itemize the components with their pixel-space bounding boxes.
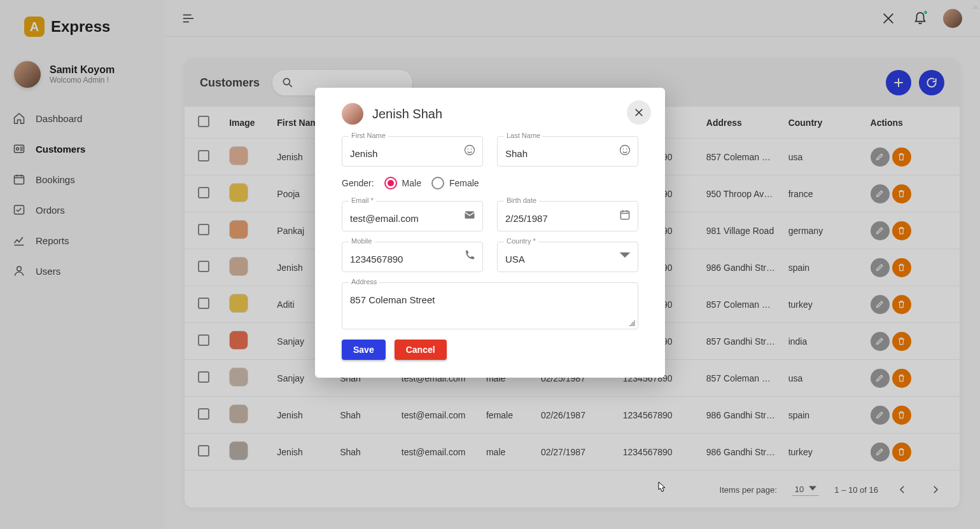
edit-customer-modal: Jenish Shah First Name Last Name Gender: [315, 88, 665, 378]
field-label: Birth date [504, 196, 539, 204]
last-name-field[interactable]: Last Name [497, 136, 638, 167]
svg-point-11 [626, 149, 627, 150]
gender-label: Gender: [342, 178, 374, 188]
radio-label: Female [449, 178, 479, 188]
first-name-input[interactable] [350, 148, 457, 159]
birthdate-input[interactable] [505, 213, 612, 224]
svg-point-9 [620, 146, 630, 155]
svg-point-10 [623, 149, 624, 150]
svg-point-6 [465, 146, 475, 155]
scroll-up-icon[interactable] [972, 1, 979, 10]
last-name-input[interactable] [505, 148, 612, 159]
birthdate-field[interactable]: Birth date [497, 201, 638, 231]
save-button[interactable]: Save [342, 340, 386, 360]
email-field[interactable]: Email * [342, 201, 483, 231]
radio-label: Male [402, 178, 421, 188]
svg-point-8 [471, 149, 472, 150]
gender-male-radio[interactable]: Male [384, 177, 421, 189]
address-field[interactable]: Address [342, 282, 638, 329]
mail-icon [463, 209, 476, 224]
close-button[interactable] [627, 100, 651, 125]
field-label: Mobile [349, 237, 374, 245]
address-input[interactable] [350, 294, 612, 320]
svg-point-7 [468, 149, 469, 150]
gender-row: Gender: Male Female [342, 177, 638, 189]
field-label: Country * [504, 237, 538, 245]
resize-handle-icon[interactable] [629, 320, 635, 326]
country-select-value: USA [505, 254, 612, 264]
country-field[interactable]: Country * USA [497, 242, 638, 272]
field-label: First Name [349, 132, 388, 139]
cursor-icon [655, 481, 668, 496]
calendar-icon [619, 209, 631, 224]
modal-avatar [342, 103, 363, 125]
gender-female-radio[interactable]: Female [431, 177, 479, 189]
mobile-field[interactable]: Mobile [342, 242, 483, 272]
modal-overlay[interactable]: Jenish Shah First Name Last Name Gender: [0, 0, 980, 529]
field-label: Email * [349, 196, 376, 204]
field-label: Last Name [504, 132, 543, 139]
chevron-down-icon [619, 249, 631, 264]
phone-icon [463, 249, 476, 264]
cancel-button[interactable]: Cancel [395, 340, 447, 360]
radio-checked-icon [384, 177, 397, 189]
first-name-field[interactable]: First Name [342, 136, 483, 167]
radio-icon [431, 177, 444, 189]
face-icon [619, 144, 631, 159]
face-icon [463, 144, 476, 159]
mobile-input[interactable] [350, 254, 457, 264]
svg-rect-12 [465, 211, 475, 219]
field-label: Address [349, 278, 379, 285]
svg-rect-13 [620, 211, 629, 219]
modal-title: Jenish Shah [372, 107, 442, 121]
email-input[interactable] [350, 213, 457, 224]
